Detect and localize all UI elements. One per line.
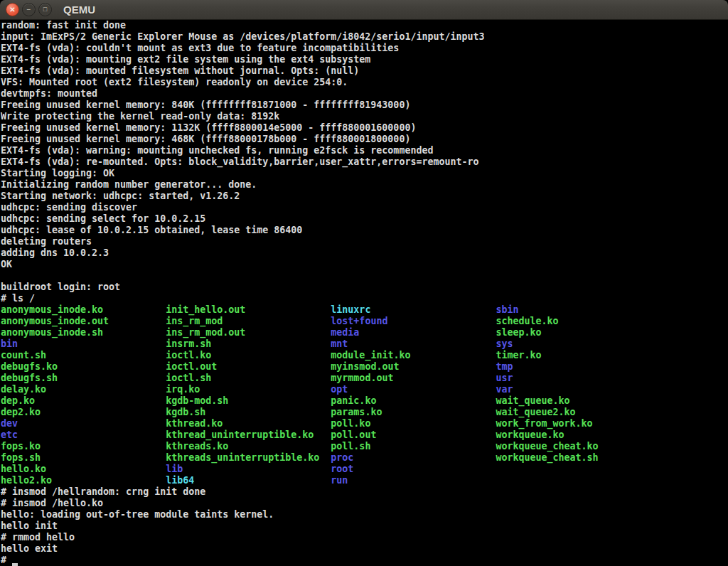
ls-row: anonymous_inode.sh ins_rm_mod.out media … [1,327,728,338]
console-line: Starting network: udhcpc: started, v1.26… [1,191,728,202]
console-line: Starting logging: OK [1,168,728,179]
ls-row: dep.ko kgdb-mod.sh panic.ko wait_queue.k… [1,395,728,407]
ls-row: etc kthread_uninterruptible.ko poll.out … [1,429,728,441]
console-line: EXT4-fs (vda): warning: mounting uncheck… [1,145,728,156]
console-line: udhcpc: sending select for 10.0.2.15 [1,213,728,225]
ls-row: anonymous_inode.out ins_rm_mod lost+foun… [1,316,728,327]
qemu-window: ✕ − □ QEMU random: fast init doneinput: … [0,0,728,566]
console-line: Write protecting the kernel read-only da… [1,111,728,122]
console-line: OK [1,259,728,270]
console-line: hello: loading out-of-tree module taints… [1,509,728,520]
ls-row: dev kthread.ko poll.ko work_from_work.ko [1,418,728,429]
terminal-output: random: fast init doneinput: ImExPS/2 Ge… [1,20,728,566]
console-line: input: ImExPS/2 Generic Explorer Mouse a… [1,31,728,43]
window-titlebar: ✕ − □ QEMU [0,0,728,20]
ls-row: count.sh ioctl.ko module_init.ko timer.k… [1,350,728,361]
terminal-screen[interactable]: random: fast init doneinput: ImExPS/2 Ge… [0,20,728,566]
console-line: Freeing unused kernel memory: 840K (ffff… [1,100,728,111]
console-line: EXT4-fs (vda): mounting ext2 file system… [1,54,728,65]
console-line: # ls / [1,293,728,304]
ls-row: fops.ko kthreads.ko poll.sh workqueue_ch… [1,441,728,452]
console-line: random: fast init done [1,20,728,31]
console-line: Freeing unused kernel memory: 1132K (fff… [1,122,728,134]
ls-row: debugfs.sh ioctl.sh myrmmod.out usr [1,373,728,384]
console-line: Freeing unused kernel memory: 468K (ffff… [1,134,728,145]
maximize-button[interactable]: □ [38,3,52,16]
ls-row: bin insrm.sh mnt sys [1,338,728,350]
ls-row: fops.sh kthreads_uninterruptible.ko proc… [1,452,728,464]
console-line: EXT4-fs (vda): re-mounted. Opts: block_v… [1,156,728,168]
console-line: udhcpc: lease of 10.0.2.15 obtained, lea… [1,225,728,236]
console-line: # rmmod hello [1,532,728,543]
close-icon: ✕ [9,6,15,14]
ls-row: delay.ko irq.ko opt var [1,384,728,395]
ls-row: anonymous_inode.ko init_hello.out linuxr… [1,304,728,316]
console-line: # insmod /hello.ko [1,498,728,509]
ls-row: hello2.ko lib64 run [1,475,728,486]
console-line: hello exit [1,543,728,555]
ls-row: hello.ko lib root [1,464,728,475]
console-line [1,270,728,282]
console-line: # insmod /hellrandom: crng init done [1,486,728,498]
console-line: Initializing random number generator... … [1,179,728,191]
console-line: EXT4-fs (vda): mounted filesystem withou… [1,65,728,77]
console-line: EXT4-fs (vda): couldn't mount as ext3 du… [1,43,728,54]
ls-row: debugfs.ko ioctl.out myinsmod.out tmp [1,361,728,373]
console-line: devtmpfs: mounted [1,88,728,100]
console-line: udhcpc: sending discover [1,202,728,213]
terminal-cursor [12,555,18,566]
console-line: hello init [1,520,728,532]
console-line: VFS: Mounted root (ext2 filesystem) read… [1,77,728,88]
maximize-icon: □ [43,6,47,13]
prompt-line: # [1,555,728,566]
console-line: deleting routers [1,236,728,247]
close-button[interactable]: ✕ [6,3,19,16]
minimize-icon: − [27,6,31,14]
ls-row: dep2.ko kgdb.sh params.ko wait_queue2.ko [1,407,728,418]
console-line: adding dns 10.0.2.3 [1,247,728,259]
minimize-button[interactable]: − [22,3,36,16]
window-title: QEMU [63,4,95,16]
console-line: buildroot login: root [1,282,728,293]
